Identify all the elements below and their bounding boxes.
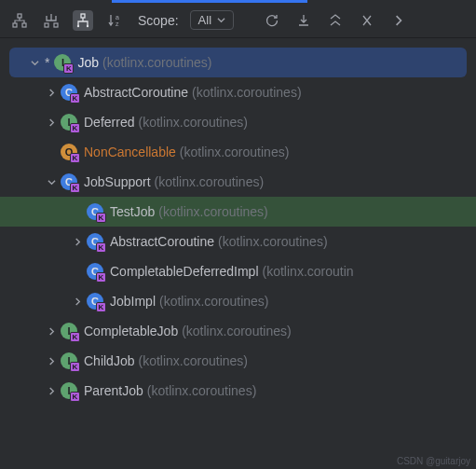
scope-value: All [198, 13, 211, 27]
chevron-right-icon[interactable] [43, 118, 60, 127]
class-icon: C K [86, 292, 104, 310]
svg-rect-4 [54, 23, 58, 27]
tree-row[interactable]: C K AbstractCoroutine(kotlinx.coroutines… [0, 77, 476, 107]
scope-label: Scope: [138, 13, 179, 28]
object-icon: O K [60, 143, 78, 161]
collapse-all-icon[interactable] [357, 10, 377, 31]
node-package: (kotlinx.coroutines) [138, 115, 248, 130]
interface-icon: I K [60, 381, 78, 400]
node-name: AbstractCoroutine [110, 234, 214, 249]
svg-point-6 [77, 24, 79, 26]
node-package: (kotlinx.coroutines) [182, 324, 292, 338]
node-package: (kotlinx.coroutines) [147, 383, 257, 398]
tree-row[interactable]: I K ChildJob(kotlinx.coroutines) [0, 346, 476, 376]
node-package: (kotlinx.coroutines) [102, 55, 212, 70]
node-package: (kotlinx.coroutines) [218, 234, 328, 249]
chevron-down-icon[interactable] [43, 178, 60, 186]
node-name: AbstractCoroutine [84, 85, 188, 100]
node-package: (kotlinx.coroutines) [180, 145, 290, 159]
chevron-right-icon[interactable] [69, 297, 86, 306]
svg-text:a: a [116, 14, 119, 21]
scope-select[interactable]: All [190, 10, 234, 30]
node-package: (kotlinx.coroutines) [159, 294, 269, 309]
svg-rect-3 [45, 23, 48, 27]
node-name: TestJob [110, 204, 155, 219]
node-package: (kotlinx.coroutines) [192, 85, 302, 100]
refresh-icon[interactable] [262, 10, 282, 31]
tree-row[interactable]: C K AbstractCoroutine(kotlinx.coroutines… [0, 227, 476, 256]
tree-row[interactable]: C K TestJob(kotlinx.coroutines) [0, 197, 476, 227]
interface-icon: I K [60, 352, 78, 370]
class-abstract-icon: C K [60, 83, 78, 102]
chevron-right-icon[interactable] [43, 89, 60, 97]
node-name: ParentJob [84, 383, 143, 398]
interface-icon: I K [53, 53, 72, 72]
chevron-down-icon[interactable] [26, 59, 43, 67]
node-name: JobSupport [84, 174, 151, 189]
svg-text:z: z [116, 21, 119, 27]
node-name: CompletableJob [84, 324, 178, 338]
node-name: Deferred [84, 115, 134, 130]
chevron-right-icon[interactable] [69, 238, 86, 246]
tree-row[interactable]: C K CompletableDeferredImpl(kotlinx.coro… [0, 256, 476, 286]
node-package: (kotlinx.coroutines) [138, 353, 248, 368]
tree-row[interactable]: C K JobSupport(kotlinx.coroutines) [0, 167, 476, 197]
tree-row[interactable]: * I K Job(kotlinx.coroutines) [9, 48, 467, 77]
tree-row[interactable]: I K ParentJob(kotlinx.coroutines) [0, 376, 476, 406]
autoscroll-icon[interactable] [293, 10, 314, 31]
tree-row[interactable]: O K NonCancellable(kotlinx.coroutines) [0, 137, 476, 167]
interface-icon: I K [60, 322, 78, 340]
subtypes-icon[interactable] [73, 10, 93, 31]
chevron-right-icon[interactable] [43, 357, 60, 366]
tree-row[interactable]: I K CompletableJob(kotlinx.coroutines) [0, 316, 476, 346]
toolbar: az Scope: All [0, 3, 476, 38]
sort-alpha-icon[interactable]: az [104, 10, 125, 31]
node-name: NonCancellable [84, 145, 176, 159]
watermark: CSDN @guitarjoy [397, 456, 470, 466]
chevron-right-icon[interactable] [43, 327, 60, 336]
class-icon: C K [60, 172, 78, 191]
tree-row[interactable]: I K Deferred(kotlinx.coroutines) [0, 107, 476, 137]
chevron-right-icon[interactable] [388, 10, 409, 31]
svg-rect-0 [18, 14, 21, 18]
svg-point-7 [87, 24, 88, 26]
supertypes-icon[interactable] [41, 10, 61, 31]
class-icon: C K [86, 202, 104, 221]
node-package: (kotlinx.coroutin [263, 264, 354, 279]
svg-rect-5 [81, 14, 85, 18]
class-abstract-icon: C K [86, 232, 104, 251]
node-name: ChildJob [84, 353, 134, 368]
node-name: JobImpl [110, 294, 156, 309]
tree-row[interactable]: C K JobImpl(kotlinx.coroutines) [0, 286, 476, 316]
interface-icon: I K [60, 113, 78, 131]
svg-rect-2 [22, 23, 26, 27]
hierarchy-tree: * I K Job(kotlinx.coroutines) C K Abstra… [0, 38, 476, 406]
class-hierarchy-icon[interactable] [9, 10, 30, 31]
star-icon: * [45, 55, 49, 70]
expand-all-icon[interactable] [325, 10, 346, 31]
class-icon: C K [86, 262, 104, 281]
svg-rect-1 [13, 23, 17, 27]
node-package: (kotlinx.coroutines) [158, 204, 268, 219]
chevron-right-icon[interactable] [43, 387, 60, 395]
tab-indicator [0, 0, 476, 3]
node-name: CompletableDeferredImpl [110, 264, 259, 279]
node-package: (kotlinx.coroutines) [155, 174, 265, 189]
chevron-down-icon [217, 16, 225, 24]
node-name: Job [77, 55, 99, 70]
